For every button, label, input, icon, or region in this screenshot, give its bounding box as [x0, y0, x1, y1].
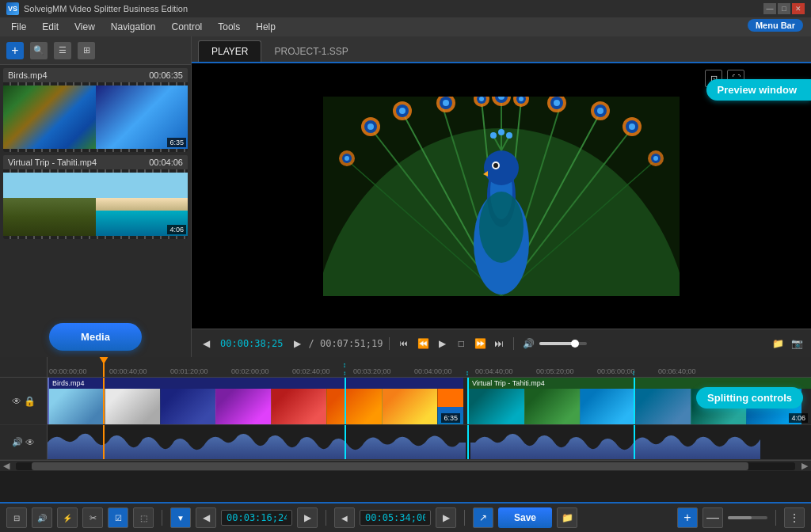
title-bar: VS SolveigMM Video Splitter Business Edi…: [0, 0, 811, 17]
media-button-area: Media: [0, 317, 191, 357]
tahiti-thumb-1: [469, 389, 524, 424]
save-button[interactable]: Save: [498, 507, 552, 528]
svg-point-39: [629, 124, 635, 130]
filmstrip-bottom-tahiti: [3, 236, 188, 239]
menu-control[interactable]: Control: [164, 20, 211, 34]
add-media-button[interactable]: +: [6, 42, 24, 59]
scroll-track[interactable]: [16, 462, 795, 470]
media-button[interactable]: Media: [49, 323, 142, 351]
more-options-button[interactable]: ⋮: [784, 507, 805, 528]
birds-duration-badge: 6:35: [441, 413, 460, 423]
eye-icon-video[interactable]: 👁: [12, 396, 21, 407]
menu-tools[interactable]: Tools: [210, 20, 248, 34]
go-to-start-button[interactable]: ◀: [198, 336, 214, 352]
time-input-2[interactable]: 00:05:34;00: [360, 510, 431, 526]
tab-project[interactable]: PROJECT-1.SSP: [261, 41, 360, 62]
play-pause-button[interactable]: ▶: [434, 336, 450, 352]
media-thumbnails-tahiti: 4:06: [3, 173, 188, 236]
next-marker-button[interactable]: ▶: [436, 507, 456, 528]
media-thumbnails-birds: 6:35: [3, 86, 188, 149]
trim-button[interactable]: ✂: [82, 507, 103, 528]
volume-fill: [539, 342, 575, 345]
ruler-mark-7: 00:04:40;00: [475, 367, 513, 375]
separator-2: [326, 510, 326, 526]
tahiti-thumb-4: [635, 389, 691, 424]
filter-button[interactable]: ⚡: [57, 507, 78, 528]
audio-toggle-button[interactable]: 🔊: [32, 507, 52, 528]
scroll-thumb[interactable]: [32, 462, 748, 470]
volume-icon: 🔊: [520, 336, 536, 352]
stop-button[interactable]: □: [453, 336, 469, 352]
svg-point-57: [493, 163, 498, 168]
menu-bar: File Edit View Navigation Control Tools …: [0, 17, 811, 36]
birds-clip-thumbs: [49, 389, 463, 424]
menu-help[interactable]: Help: [248, 20, 284, 34]
birds-thumb-5: [271, 389, 326, 424]
search-button[interactable]: 🔍: [30, 42, 48, 59]
time-input-1[interactable]: 00:03:16;24: [221, 510, 292, 526]
tahiti-thumb-3: [580, 389, 635, 424]
eye-icon-audio[interactable]: 👁: [25, 437, 35, 448]
split-marker-ruler-1: ↕↕: [337, 361, 352, 377]
media-item-header-birds: Birds.mp4 00:06:35: [3, 68, 188, 82]
play-forward-button[interactable]: ▶: [289, 336, 305, 352]
list-view-button[interactable]: ☰: [54, 42, 71, 59]
volume-icon-audio[interactable]: 🔊: [12, 437, 23, 447]
media-item-tahiti[interactable]: Virtual Trip - Tahiti.mp4 00:04:06 4:06: [3, 155, 188, 239]
menu-file[interactable]: File: [3, 20, 34, 34]
step-forward-button[interactable]: ⏩: [472, 336, 488, 352]
step-back-button[interactable]: ⏪: [415, 336, 431, 352]
split-view-button[interactable]: ⊟: [6, 507, 27, 528]
export-up-button[interactable]: ↗: [473, 507, 493, 528]
nav-forward-button[interactable]: ▶: [297, 507, 318, 528]
next-frame-button[interactable]: ⏭: [491, 336, 507, 352]
svg-point-49: [484, 150, 519, 185]
menu-navigation[interactable]: Navigation: [103, 20, 164, 34]
scroll-right-btn[interactable]: ▶: [798, 461, 811, 471]
selection-button[interactable]: ⬚: [133, 507, 154, 528]
close-button[interactable]: ✕: [792, 3, 805, 14]
video-track-controls: 👁 🔒: [0, 378, 48, 425]
remove-bottom-button[interactable]: —: [702, 507, 723, 528]
svg-point-45: [653, 156, 658, 161]
h-scrollbar: ◀ ▶: [0, 460, 811, 471]
player-content: ⊡ ⛶ Preview window: [192, 63, 811, 329]
tahiti-clip-name: Virtual Trip - Tahiti.mp4: [472, 379, 545, 387]
birds-clip[interactable]: Birds.mp4 6:35: [48, 378, 463, 424]
restore-button[interactable]: □: [778, 3, 790, 14]
svg-point-21: [443, 100, 449, 106]
title-bar-left: VS SolveigMM Video Splitter Business Edi…: [6, 2, 188, 15]
menu-edit[interactable]: Edit: [34, 20, 67, 34]
playhead-video: [103, 378, 105, 424]
scroll-left-btn[interactable]: ◀: [0, 461, 13, 471]
ruler-corner: [0, 357, 48, 378]
volume-slider[interactable]: [539, 342, 587, 345]
open-folder-bottom-button[interactable]: 📁: [557, 507, 577, 528]
media-item-birds[interactable]: Birds.mp4 00:06:35 6:35: [3, 68, 188, 152]
grid-view-button[interactable]: ⊞: [78, 42, 95, 59]
media-duration-birds: 00:06:35: [149, 70, 183, 80]
add-bottom-button[interactable]: +: [677, 507, 698, 528]
video-track-row: 👁 🔒 Birds.mp4: [0, 378, 811, 425]
snapshot-button[interactable]: 📷: [789, 336, 805, 352]
audio-track-body[interactable]: [48, 425, 811, 460]
black-bar-right: [749, 63, 811, 329]
bottom-bar: ⊟ 🔊 ⚡ ✂ ☑ ⬚ ▼ ◀ 00:03:16;24 ▶ ◀ 00:05:34…: [0, 502, 811, 532]
prev-marker-2-button[interactable]: ◀: [334, 507, 355, 528]
prev-marker-button[interactable]: ▼: [170, 507, 191, 528]
cut-marker-2: [467, 378, 469, 424]
ctrl-separator-2: [513, 337, 514, 350]
lock-icon-video[interactable]: 🔒: [24, 396, 36, 407]
open-folder-button[interactable]: 📁: [770, 336, 786, 352]
accept-cut-button[interactable]: ☑: [108, 507, 128, 528]
audio-track-row: 🔊 👁: [0, 425, 811, 460]
media-duration-tahiti: 00:04:06: [149, 158, 183, 167]
minimize-button[interactable]: —: [763, 3, 776, 14]
app-title: SolveigMM Video Splitter Business Editio…: [24, 4, 188, 13]
video-frame: [323, 97, 680, 296]
nav-back-button[interactable]: ◀: [196, 507, 216, 528]
prev-frame-button[interactable]: ⏮: [396, 336, 412, 352]
zoom-slider[interactable]: [728, 516, 767, 519]
menu-view[interactable]: View: [67, 20, 103, 34]
tab-player[interactable]: PLAYER: [198, 40, 261, 62]
